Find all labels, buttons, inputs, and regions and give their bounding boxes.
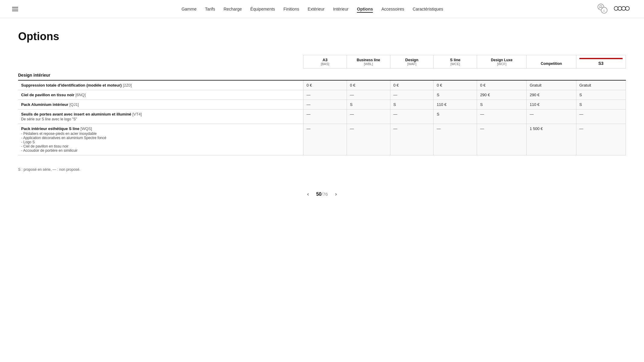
- nav-right: 人: [597, 3, 632, 15]
- next-page-button[interactable]: ›: [333, 190, 339, 198]
- row-label: Pack intérieur esthétique S line [WQS]: [21, 126, 92, 131]
- row-value-dl: S: [477, 100, 527, 110]
- row-value-dl: —: [477, 124, 527, 155]
- prev-page-button[interactable]: ‹: [305, 190, 311, 198]
- row-value-des: —: [390, 90, 434, 100]
- row-value-a3: —: [303, 110, 347, 124]
- nav-link-tarifs[interactable]: Tarifs: [205, 7, 215, 12]
- row-label: Suppression totale d'identification (mod…: [21, 83, 132, 87]
- row-code: [2Z0]: [123, 83, 132, 87]
- page-title: Options: [18, 30, 626, 43]
- footnote: S : proposé en série, — : non proposé.: [18, 167, 626, 172]
- row-value-bl: S: [347, 100, 390, 110]
- col-header-competition: Competition: [527, 55, 576, 68]
- nav-link-caractristiques[interactable]: Caractéristiques: [413, 7, 443, 12]
- row-code: [WQS]: [81, 126, 92, 131]
- nav-link-recharge[interactable]: Recharge: [223, 7, 242, 12]
- nav-link-accessoires[interactable]: Accessoires: [381, 7, 404, 12]
- table-row: Suppression totale d'identification (mod…: [18, 80, 626, 90]
- row-value-des: —: [390, 110, 434, 124]
- row-label: Ciel de pavillon en tissu noir [6NQ]: [21, 93, 86, 97]
- row-code: [6NQ]: [75, 93, 86, 97]
- options-table-wrapper: A3 [BAS] Business line [WBL] Design [WAF…: [18, 55, 626, 155]
- row-value-comp: 290 €: [527, 90, 576, 100]
- row-value-s3: S: [576, 90, 626, 100]
- row-value-dl: 0 €: [477, 80, 527, 90]
- section-header-row: Design intérieur: [18, 68, 626, 81]
- pagination: ‹ 50/76 ›: [18, 190, 626, 198]
- row-label-cell: Ciel de pavillon en tissu noir [6NQ]: [18, 90, 303, 100]
- advisor-icon[interactable]: 人: [597, 3, 608, 15]
- row-value-a3: 0 €: [303, 80, 347, 90]
- table-header-row: A3 [BAS] Business line [WBL] Design [WAF…: [18, 55, 626, 68]
- row-code: [VT4]: [132, 112, 142, 116]
- row-label-cell: Suppression totale d'identification (mod…: [18, 80, 303, 90]
- nav-link-gamme[interactable]: Gamme: [181, 7, 197, 12]
- nav-link-extrieur[interactable]: Extérieur: [308, 7, 325, 12]
- row-label-cell: Pack Aluminium intérieur [QJ1]: [18, 100, 303, 110]
- nav-link-finitions[interactable]: Finitions: [284, 7, 299, 12]
- nav-link-options[interactable]: Options: [357, 7, 373, 13]
- row-value-sl: 0 €: [434, 80, 477, 90]
- svg-point-6: [622, 7, 626, 11]
- row-value-sl: S: [434, 110, 477, 124]
- row-value-des: 0 €: [390, 80, 434, 90]
- row-label-cell: Pack intérieur esthétique S line [WQS]- …: [18, 124, 303, 155]
- row-value-dl: —: [477, 110, 527, 124]
- row-value-comp: 110 €: [527, 100, 576, 110]
- row-value-bl: —: [347, 124, 390, 155]
- row-value-des: —: [390, 124, 434, 155]
- row-label: Seuils de portes avant avec insert en al…: [21, 112, 142, 116]
- row-label: Pack Aluminium intérieur [QJ1]: [21, 102, 79, 107]
- row-value-a3: —: [303, 124, 347, 155]
- options-table: A3 [BAS] Business line [WBL] Design [WAF…: [18, 55, 626, 155]
- svg-point-7: [626, 7, 630, 11]
- table-row: Pack Aluminium intérieur [QJ1]—SS110 €S1…: [18, 100, 626, 110]
- row-code: [QJ1]: [69, 102, 79, 107]
- col-header-bl: Business line [WBL]: [347, 55, 390, 68]
- row-value-s3: —: [576, 124, 626, 155]
- svg-text:人: 人: [603, 9, 605, 12]
- audi-logo: [614, 4, 632, 14]
- row-value-dl: 290 €: [477, 90, 527, 100]
- row-value-comp: 1 500 €: [527, 124, 576, 155]
- menu-icon[interactable]: [12, 7, 18, 11]
- col-header-sline: S line [WCE]: [434, 55, 477, 68]
- table-row: Pack intérieur esthétique S line [WQS]- …: [18, 124, 626, 155]
- row-sublabel: - Pédaliers et repose-pieds en acier ino…: [21, 132, 300, 153]
- row-value-s3: —: [576, 110, 626, 124]
- col-header-designluxe: Design Luxe [WCF]: [477, 55, 527, 68]
- row-value-sl: —: [434, 124, 477, 155]
- col-header-design: Design [WAF]: [390, 55, 434, 68]
- col-header-s3: S3: [576, 55, 626, 68]
- table-row: Ciel de pavillon en tissu noir [6NQ]———S…: [18, 90, 626, 100]
- row-value-bl: —: [347, 110, 390, 124]
- row-sublabel: De série sur S line avec le logo "S": [21, 117, 300, 121]
- nav-link-quipements[interactable]: Équipements: [250, 7, 275, 12]
- navigation: GammeTarifsRechargeÉquipementsFinitionsE…: [0, 0, 644, 18]
- current-page: 50/76: [316, 192, 328, 197]
- svg-point-4: [614, 7, 618, 11]
- row-value-des: S: [390, 100, 434, 110]
- nav-links: GammeTarifsRechargeÉquipementsFinitionsE…: [28, 7, 597, 11]
- row-value-comp: Gratuit: [527, 80, 576, 90]
- row-value-s3: S: [576, 100, 626, 110]
- row-label-cell: Seuils de portes avant avec insert en al…: [18, 110, 303, 124]
- section-title: Design intérieur: [18, 68, 626, 81]
- nav-link-intrieur[interactable]: Intérieur: [333, 7, 348, 12]
- main-content: Options A3 [BAS]: [0, 18, 644, 217]
- col-header-a3: A3 [BAS]: [303, 55, 347, 68]
- table-row: Seuils de portes avant avec insert en al…: [18, 110, 626, 124]
- row-value-sl: S: [434, 90, 477, 100]
- row-value-comp: —: [527, 110, 576, 124]
- row-value-bl: 0 €: [347, 80, 390, 90]
- row-value-a3: —: [303, 100, 347, 110]
- svg-point-5: [618, 7, 622, 11]
- row-value-s3: Gratuit: [576, 80, 626, 90]
- row-value-bl: —: [347, 90, 390, 100]
- row-value-sl: 110 €: [434, 100, 477, 110]
- row-value-a3: —: [303, 90, 347, 100]
